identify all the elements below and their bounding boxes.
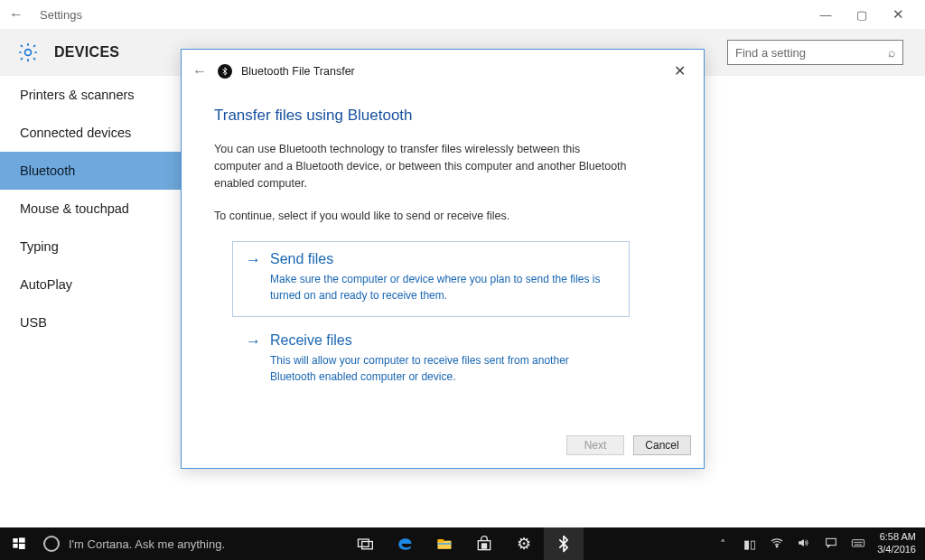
- action-center-icon[interactable]: [823, 536, 839, 553]
- svg-point-21: [858, 541, 859, 542]
- svg-rect-17: [853, 539, 864, 546]
- svg-point-23: [862, 541, 863, 542]
- dialog-window-title: Bluetooth File Transfer: [241, 65, 355, 78]
- svg-rect-11: [482, 544, 484, 546]
- maximize-button[interactable]: ▢: [844, 8, 880, 22]
- sidebar-item-mouse-touchpad[interactable]: Mouse & touchpad: [0, 190, 181, 228]
- windows-icon: [12, 537, 26, 551]
- svg-rect-8: [438, 539, 444, 542]
- clock-date: 3/4/2016: [877, 544, 916, 556]
- minimize-button[interactable]: —: [808, 8, 844, 22]
- sidebar-item-label: Typing: [20, 239, 59, 254]
- cortana-search[interactable]: I'm Cortana. Ask me anything.: [38, 527, 345, 560]
- sidebar-item-bluetooth[interactable]: Bluetooth: [0, 152, 181, 190]
- svg-rect-14: [484, 546, 486, 548]
- cortana-icon: [43, 536, 60, 552]
- sidebar-item-printers[interactable]: Printers & scanners: [0, 76, 181, 114]
- sidebar-item-label: USB: [20, 315, 47, 330]
- svg-rect-13: [482, 546, 484, 548]
- taskbar: I'm Cortana. Ask me anything. ⚙ ˄ ▮▯ 6:5: [0, 527, 925, 560]
- next-button[interactable]: Next: [566, 435, 624, 455]
- svg-rect-4: [19, 544, 25, 549]
- sidebar-item-autoplay[interactable]: AutoPlay: [0, 266, 181, 303]
- bluetooth-file-transfer-dialog: ← Bluetooth File Transfer ✕ Transfer fil…: [181, 49, 705, 469]
- cortana-placeholder: I'm Cortana. Ask me anything.: [69, 537, 225, 551]
- svg-rect-12: [484, 544, 486, 546]
- dialog-close-button[interactable]: ✕: [667, 59, 693, 83]
- settings-titlebar: ← Settings — ▢ ✕: [0, 0, 925, 29]
- svg-rect-3: [13, 544, 17, 548]
- search-input[interactable]: Find a setting ⌕: [727, 40, 903, 65]
- sidebar-item-label: Bluetooth: [20, 163, 75, 178]
- dialog-intro-text: You can use Bluetooth technology to tran…: [214, 141, 630, 191]
- volume-icon[interactable]: [796, 536, 812, 553]
- sidebar-item-usb[interactable]: USB: [0, 303, 181, 341]
- dialog-instruction-text: To continue, select if you would like to…: [214, 208, 630, 225]
- svg-point-19: [855, 541, 855, 542]
- option-title: Receive files: [270, 332, 352, 349]
- bluetooth-icon: [555, 535, 573, 553]
- option-desc: This will allow your computer to receive…: [270, 352, 616, 385]
- settings-app[interactable]: ⚙: [504, 527, 544, 560]
- svg-rect-5: [359, 539, 369, 546]
- task-view-icon: [356, 535, 374, 553]
- edge-app[interactable]: [385, 527, 425, 560]
- option-receive-files[interactable]: → Receive files This will allow your com…: [232, 322, 630, 398]
- bluetooth-app[interactable]: [544, 527, 584, 560]
- gear-icon: [16, 41, 40, 64]
- sidebar-item-label: AutoPlay: [20, 277, 72, 292]
- gear-icon: ⚙: [515, 535, 533, 553]
- arrow-right-icon: →: [246, 252, 261, 267]
- dialog-back-icon[interactable]: ←: [192, 63, 209, 79]
- tray-chevron-up-icon[interactable]: ˄: [715, 537, 731, 551]
- taskbar-clock[interactable]: 6:58 AM 3/4/2016: [872, 527, 925, 560]
- option-desc: Make sure the computer or device where y…: [270, 271, 616, 303]
- battery-icon[interactable]: ▮▯: [742, 537, 758, 551]
- arrow-right-icon: →: [246, 333, 261, 349]
- file-explorer-app[interactable]: [425, 527, 464, 560]
- svg-rect-16: [827, 538, 836, 545]
- system-tray: ˄ ▮▯: [709, 527, 872, 560]
- svg-point-20: [856, 541, 857, 542]
- svg-rect-6: [362, 542, 373, 549]
- sidebar-item-label: Printers & scanners: [20, 88, 135, 102]
- sidebar-item-connected-devices[interactable]: Connected devices: [0, 114, 181, 152]
- task-view-button[interactable]: [345, 527, 385, 560]
- store-icon: [475, 535, 493, 553]
- svg-point-15: [776, 546, 778, 547]
- search-icon: ⌕: [888, 45, 895, 60]
- page-title: DEVICES: [54, 44, 119, 61]
- svg-point-0: [25, 50, 32, 56]
- wifi-icon[interactable]: [769, 536, 785, 553]
- store-app[interactable]: [464, 527, 504, 560]
- search-placeholder: Find a setting: [735, 46, 888, 60]
- button-label: Cancel: [645, 439, 678, 452]
- svg-rect-1: [13, 538, 17, 543]
- back-icon[interactable]: ←: [9, 6, 40, 23]
- bluetooth-icon: [218, 64, 232, 79]
- edge-icon: [396, 535, 414, 553]
- keyboard-icon[interactable]: [850, 536, 866, 553]
- dialog-heading: Transfer files using Bluetooth: [214, 107, 671, 125]
- cancel-button[interactable]: Cancel: [633, 435, 691, 455]
- option-title: Send files: [270, 251, 333, 267]
- svg-point-22: [860, 541, 861, 542]
- svg-rect-9: [438, 543, 452, 545]
- option-send-files[interactable]: → Send files Make sure the computer or d…: [232, 241, 630, 317]
- close-button[interactable]: ✕: [880, 6, 916, 23]
- clock-time: 6:58 AM: [877, 531, 916, 544]
- sidebar-item-typing[interactable]: Typing: [0, 228, 181, 266]
- sidebar-item-label: Mouse & touchpad: [20, 201, 129, 216]
- svg-rect-2: [19, 537, 25, 542]
- button-label: Next: [584, 439, 607, 452]
- folder-icon: [435, 535, 453, 553]
- app-title: Settings: [40, 8, 82, 22]
- sidebar-item-label: Connected devices: [20, 126, 131, 140]
- settings-sidebar: Printers & scanners Connected devices Bl…: [0, 76, 181, 527]
- start-button[interactable]: [0, 527, 38, 560]
